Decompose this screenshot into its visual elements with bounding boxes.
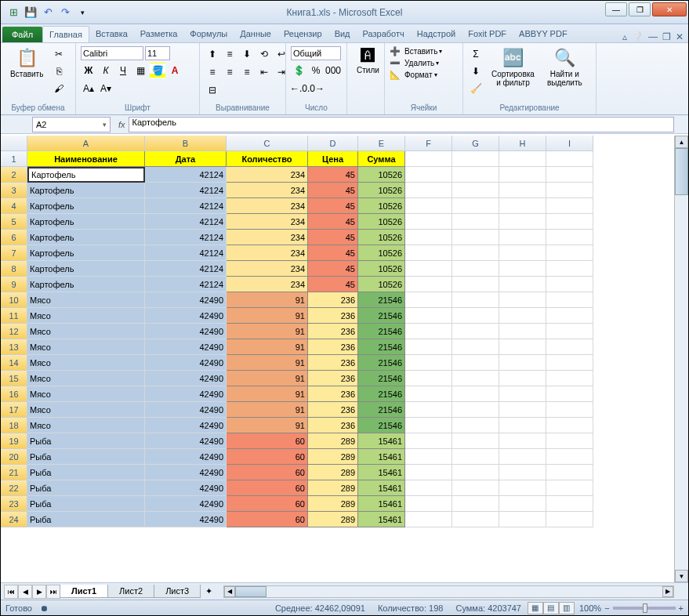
undo-icon[interactable]: ↶	[40, 5, 56, 20]
cell-A23[interactable]: Рыба	[27, 496, 145, 512]
cell-D15[interactable]: 236	[308, 371, 358, 386]
cell-E15[interactable]: 21546	[358, 371, 405, 386]
sheet-tab-Лист3[interactable]: Лист3	[154, 585, 201, 598]
cell-C16[interactable]: 91	[227, 386, 308, 402]
excel-icon[interactable]: ⊞	[5, 5, 21, 20]
redo-icon[interactable]: ↷	[57, 5, 73, 20]
hscroll-thumb[interactable]	[235, 586, 267, 597]
cell-A18[interactable]: Мясо	[27, 418, 145, 433]
cell-B15[interactable]: 42490	[145, 371, 227, 386]
cell-B17[interactable]: 42490	[145, 402, 227, 418]
doc-close-icon[interactable]: ✕	[676, 31, 684, 42]
help-icon[interactable]: ❔	[632, 31, 644, 42]
cell-A19[interactable]: Рыба	[27, 433, 145, 449]
row-header-12[interactable]: 12	[1, 324, 27, 339]
cell-D19[interactable]: 289	[308, 433, 358, 449]
cell-empty[interactable]	[499, 433, 546, 449]
column-header-F[interactable]: F	[405, 136, 452, 151]
cell-empty[interactable]	[452, 402, 499, 418]
scroll-up-icon[interactable]: ▲	[675, 136, 688, 148]
cell-empty[interactable]	[546, 183, 593, 198]
cell-empty[interactable]	[405, 167, 452, 183]
cell-empty[interactable]	[546, 512, 593, 527]
cell-empty[interactable]	[452, 496, 499, 512]
cell-A6[interactable]: Картофель	[27, 230, 145, 245]
cell-B24[interactable]: 42490	[145, 512, 227, 527]
cell-empty[interactable]	[546, 355, 593, 371]
cell-C2[interactable]: 234	[227, 167, 308, 183]
cell-D11[interactable]: 236	[308, 308, 358, 324]
cell-A15[interactable]: Мясо	[27, 371, 145, 386]
cell-E20[interactable]: 15461	[358, 449, 405, 465]
cell-C11[interactable]: 91	[227, 308, 308, 324]
align-right-icon[interactable]: ≡	[239, 64, 255, 80]
cell-A3[interactable]: Картофель	[27, 183, 145, 198]
cell-empty[interactable]	[546, 449, 593, 465]
minimize-button[interactable]: —	[605, 2, 627, 16]
cell-A22[interactable]: Рыба	[27, 480, 145, 496]
row-header-3[interactable]: 3	[1, 183, 27, 198]
cell-B16[interactable]: 42490	[145, 386, 227, 402]
cell-C20[interactable]: 60	[227, 449, 308, 465]
cell-B3[interactable]: 42124	[145, 183, 227, 198]
cell-empty[interactable]	[405, 230, 452, 245]
cell-E2[interactable]: 10526	[358, 167, 405, 183]
cell-C12[interactable]: 91	[227, 324, 308, 339]
cell-empty[interactable]	[546, 198, 593, 214]
cell-empty[interactable]	[546, 214, 593, 230]
cell-C21[interactable]: 60	[227, 465, 308, 480]
cell-empty[interactable]	[405, 480, 452, 496]
cell-E4[interactable]: 10526	[358, 198, 405, 214]
cell-C6[interactable]: 234	[227, 230, 308, 245]
cell-C24[interactable]: 60	[227, 512, 308, 527]
cell-A4[interactable]: Картофель	[27, 198, 145, 214]
cell-empty[interactable]	[452, 512, 499, 527]
sheet-tab-Лист2[interactable]: Лист2	[107, 585, 154, 598]
column-header-H[interactable]: H	[499, 136, 546, 151]
increase-decimal-icon[interactable]: ←.0	[291, 81, 306, 96]
cell-B22[interactable]: 42490	[145, 480, 227, 496]
cell-E7[interactable]: 10526	[358, 245, 405, 261]
percent-icon[interactable]: %	[308, 63, 324, 78]
row-header-6[interactable]: 6	[1, 230, 27, 245]
page-layout-view-icon[interactable]: ▤	[543, 602, 559, 614]
cell-B8[interactable]: 42124	[145, 261, 227, 277]
header-cell-D[interactable]: Цена	[308, 151, 358, 167]
orientation-icon[interactable]: ⟲	[256, 46, 272, 62]
cell-A8[interactable]: Картофель	[27, 261, 145, 277]
sort-filter-button[interactable]: 🔤 Сортировка и фильтр	[487, 46, 539, 89]
row-header-10[interactable]: 10	[1, 292, 27, 308]
cell-D4[interactable]: 45	[308, 198, 358, 214]
ribbon-tab-формулы[interactable]: Формулы	[183, 26, 234, 42]
cell-D10[interactable]: 236	[308, 292, 358, 308]
cell-B23[interactable]: 42490	[145, 496, 227, 512]
cell-empty[interactable]	[499, 355, 546, 371]
select-all-corner[interactable]	[1, 136, 27, 151]
border-button[interactable]: ▦	[132, 63, 148, 78]
cell-empty[interactable]	[452, 183, 499, 198]
cell-E24[interactable]: 15461	[358, 512, 405, 527]
row-header-16[interactable]: 16	[1, 386, 27, 402]
cut-icon[interactable]: ✂	[51, 46, 67, 62]
cell-C8[interactable]: 234	[227, 261, 308, 277]
cell-empty[interactable]	[499, 418, 546, 433]
cell-empty[interactable]	[499, 151, 546, 167]
cell-empty[interactable]	[546, 433, 593, 449]
cell-empty[interactable]	[499, 245, 546, 261]
cell-empty[interactable]	[405, 496, 452, 512]
cell-empty[interactable]	[452, 151, 499, 167]
sheet-tab-Лист1[interactable]: Лист1	[60, 585, 108, 598]
row-header-8[interactable]: 8	[1, 261, 27, 277]
cell-empty[interactable]	[405, 433, 452, 449]
row-header-5[interactable]: 5	[1, 214, 27, 230]
column-header-A[interactable]: A	[27, 136, 145, 151]
cell-empty[interactable]	[546, 292, 593, 308]
save-icon[interactable]: 💾	[23, 5, 38, 20]
cell-D18[interactable]: 236	[308, 418, 358, 433]
ribbon-tab-вид[interactable]: Вид	[328, 26, 357, 42]
doc-minimize-icon[interactable]: —	[648, 31, 658, 42]
ribbon-minimize-icon[interactable]: ▵	[622, 31, 627, 42]
cell-empty[interactable]	[499, 465, 546, 480]
row-header-24[interactable]: 24	[1, 512, 27, 527]
clear-icon[interactable]: 🧹	[468, 81, 484, 96]
